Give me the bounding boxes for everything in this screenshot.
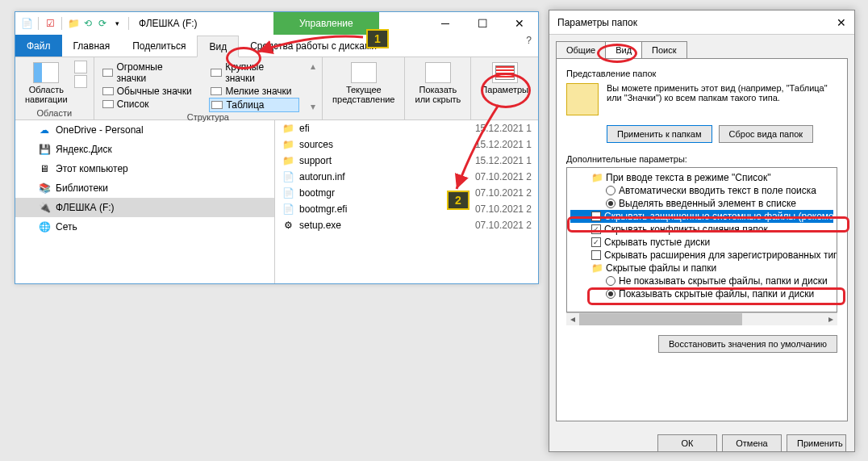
ribbon: Область навигации Области Огромные значк… [15,57,538,120]
file-date: 07.10.2021 2 [461,203,532,215]
layout-huge[interactable]: Огромные значки [101,61,198,85]
nav-tree[interactable]: ☁OneDrive - Personal 💾Яндекс.Диск 🖥Этот … [15,120,275,283]
apply-button[interactable]: Применить [787,434,846,452]
dialog-title: Параметры папок [557,17,637,28]
layout-normal[interactable]: Обычные значки [101,85,198,98]
radio-icon[interactable] [606,276,616,286]
details-pane-icon[interactable] [74,75,87,88]
layout-icon [211,101,223,109]
option-row[interactable]: Скрывать расширения для зарегистрированн… [570,249,833,262]
option-text: Скрывать конфликты слияния папок [604,224,768,235]
file-row[interactable]: 📁efi15.12.2021 1 [275,120,538,136]
explorer-window: 📄 ☑ 📁 ⟲ ⟳ ▾ ФЛЕШКА (F:) Управление ─ ☐ ✕… [15,11,539,284]
layout-icon [211,87,222,95]
tab-share[interactable]: Поделиться [121,35,197,57]
option-row[interactable]: Скрывать защищенные системные файлы (рек… [570,210,833,223]
checkbox-icon[interactable]: ✓ [591,224,601,234]
opt-tab-view[interactable]: Вид [605,41,642,58]
nav-pane-label: Область навигации [25,85,68,104]
option-row[interactable]: 📁При вводе текста в режиме "Список" [570,171,833,184]
cancel-button[interactable]: Отмена [722,434,782,452]
qat-folder-icon[interactable]: 📁 [67,17,80,30]
preview-pane-icon[interactable] [74,61,87,73]
file-row[interactable]: ⚙setup.exe07.10.2021 2 [275,217,538,233]
current-view-label: Текущее представление [332,85,394,104]
option-row[interactable]: ✓Скрывать конфликты слияния папок [570,223,833,236]
tab-home[interactable]: Главная [62,35,122,57]
layout-large[interactable]: Крупные значки [209,61,299,85]
ok-button[interactable]: ОК [657,434,717,452]
file-date: 07.10.2021 2 [461,187,532,199]
tree-thispc[interactable]: 🖥Этот компьютер [15,159,274,178]
folder-view-icon [566,83,599,115]
tree-flash[interactable]: 🔌ФЛЕШКА (F:) [15,198,274,217]
close-button[interactable]: ✕ [501,12,538,35]
option-text: Не показывать скрытые файлы, папки и дис… [619,275,828,287]
tab-view[interactable]: Вид [197,36,239,57]
nav-pane-button[interactable]: Область навигации [22,61,71,108]
checkbox-icon[interactable] [591,250,601,260]
horizontal-scrollbar[interactable]: ◂▸ [566,312,837,325]
help-icon[interactable]: ? [526,35,532,57]
folder-view-label: Представление папок [566,69,837,78]
manage-tab[interactable]: Управление [273,12,379,35]
scrollbar-thumb[interactable] [579,313,742,325]
checkbox-icon[interactable] [591,212,601,221]
option-row[interactable]: 📁Скрытые файлы и папки [570,262,833,275]
tab-file[interactable]: Файл [15,35,62,57]
option-text: Скрывать пустые диски [604,237,710,248]
layout-list[interactable]: Список [101,98,198,111]
current-view-button[interactable]: Текущее представление [329,61,398,118]
file-date: 15.12.2021 1 [461,123,532,134]
apply-to-folders-button[interactable]: Применить к папкам [607,125,712,143]
dialog-close-button[interactable]: ✕ [837,16,846,29]
tree-onedrive[interactable]: ☁OneDrive - Personal [15,120,274,140]
tree-network[interactable]: 🌐Сеть [15,217,274,237]
layout-icon [211,69,222,77]
qat-redo-icon[interactable]: ⟳ [96,17,109,30]
layout-icon [102,100,114,108]
file-icon: 📁 [282,138,294,151]
file-row[interactable]: 📄bootmgr.efi07.10.2021 2 [275,201,538,217]
layout-small[interactable]: Мелкие значки [209,85,299,98]
radio-icon[interactable] [606,199,616,208]
file-row[interactable]: 📄bootmgr07.10.2021 2 [275,185,538,201]
scroll-down-icon[interactable]: ▾ [311,101,315,112]
file-list[interactable]: 📁efi15.12.2021 1📁sources15.12.2021 1📁sup… [275,120,538,283]
options-button[interactable]: Параметры [478,61,532,118]
tree-yandex[interactable]: 💾Яндекс.Диск [15,140,274,159]
file-row[interactable]: 📄autorun.inf07.10.2021 2 [275,169,538,185]
cloud-icon: ☁ [38,124,51,136]
file-date: 07.10.2021 2 [461,171,532,182]
qat-dropdown-icon[interactable]: ▾ [111,17,123,30]
show-hide-button[interactable]: Показать или скрыть [411,61,464,118]
scroll-up-icon[interactable]: ▴ [311,61,315,72]
disk-icon: 💾 [38,143,51,156]
file-icon: 📄 [282,170,294,183]
checkbox-icon[interactable]: ✓ [591,237,601,247]
qat-checkbox-icon[interactable]: ☑ [44,17,56,30]
opt-tab-general[interactable]: Общие [556,41,606,58]
option-row[interactable]: Не показывать скрытые файлы, папки и дис… [570,275,833,287]
option-row[interactable]: Автоматически вводить текст в поле поиск… [570,184,833,197]
file-row[interactable]: 📁support15.12.2021 1 [275,153,538,169]
file-icon: 📄 [282,203,294,216]
maximize-button[interactable]: ☐ [464,12,501,35]
file-row[interactable]: 📁sources15.12.2021 1 [275,136,538,153]
layout-table[interactable]: Таблица [209,98,299,112]
qat-undo-icon[interactable]: ⟲ [81,17,94,30]
option-row[interactable]: Выделять введенный элемент в списке [570,197,833,210]
show-hide-icon [425,62,451,83]
annotation-badge-2: 2 [447,191,469,210]
advanced-options-list[interactable]: 📁При вводе текста в режиме "Список"Автом… [566,167,837,312]
minimize-button[interactable]: ─ [427,12,464,35]
restore-defaults-button[interactable]: Восстановить значения по умолчанию [658,335,837,353]
reset-folders-button[interactable]: Сброс вида папок [719,125,814,143]
option-text: Скрывать расширения для зарегистрированн… [604,249,837,261]
tree-libraries[interactable]: 📚Библиотеки [15,178,274,198]
option-row[interactable]: ✓Скрывать пустые диски [570,236,833,249]
opt-tab-search[interactable]: Поиск [641,41,686,58]
radio-icon[interactable] [606,186,616,195]
option-row[interactable]: Показывать скрытые файлы, папки и диски [570,287,833,300]
radio-icon[interactable] [606,289,616,299]
